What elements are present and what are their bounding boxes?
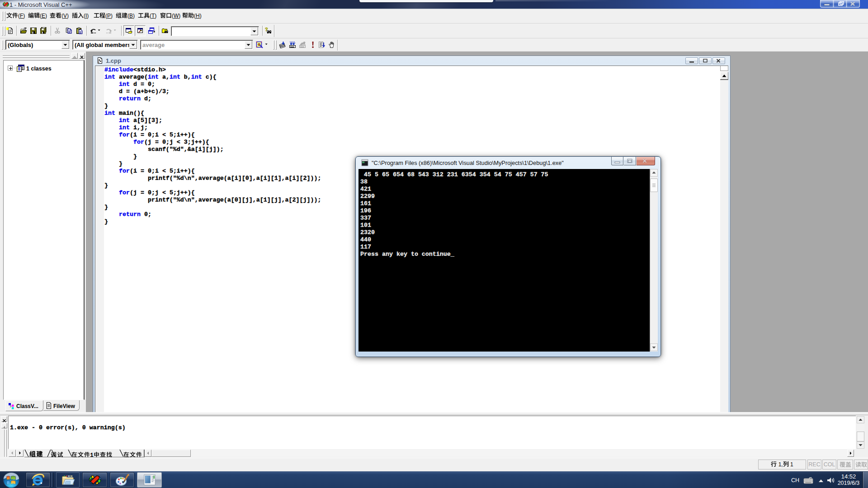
svg-text:c: c (98, 61, 99, 63)
